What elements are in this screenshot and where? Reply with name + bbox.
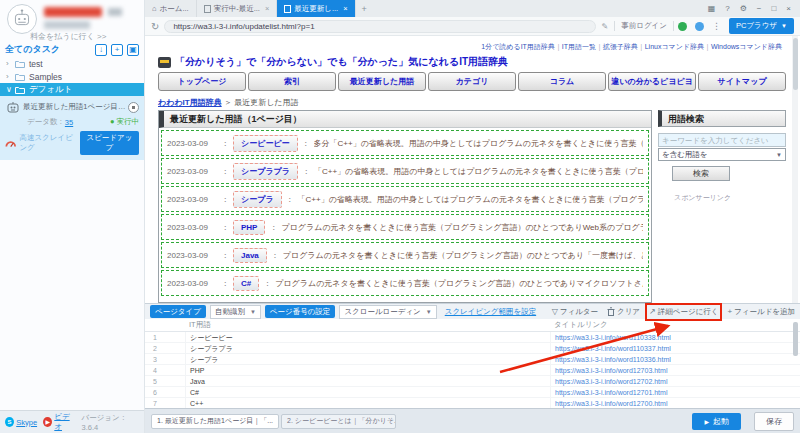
video-link[interactable]: ビデオ	[54, 412, 75, 432]
task-name[interactable]: 最近更新した用語1ページ目｜「分かりそう...	[23, 102, 126, 112]
skype-link[interactable]: Skype	[16, 418, 37, 427]
term-row[interactable]: 2023-03-09 ： PHP ： プログラムの元ネタを書くときに使う言葉（プ…	[161, 214, 649, 240]
skype-icon[interactable]: S	[5, 417, 14, 427]
data-row[interactable]: 5 Java https://wa3.i-3-i.info/word12702.…	[145, 376, 800, 387]
go-to-detail-page-button[interactable]: ↗ 詳細ページに行く	[649, 307, 718, 317]
cell-link[interactable]: https://wa3.i-3-i.info/word12702.html	[550, 376, 800, 387]
workflow-tab-1[interactable]: 1. 最近更新した用語1ページ目｜「...	[151, 414, 279, 429]
gear-icon[interactable]: ⚙	[740, 5, 747, 13]
term-link[interactable]: シープラ	[233, 191, 282, 208]
site-header-link[interactable]: IT用語一覧	[555, 43, 596, 50]
tab-home[interactable]: ⌂ ホーム...	[145, 0, 197, 17]
help-icon[interactable]: ?	[725, 5, 729, 13]
data-count-value[interactable]: 35	[65, 118, 73, 127]
term-link[interactable]: PHP	[233, 220, 265, 235]
cell-term[interactable]: シープラプラ	[185, 343, 550, 354]
search-button[interactable]: 検索	[672, 166, 730, 181]
cell-link[interactable]: https://wa3.i-3-i.info/word12701.html	[550, 387, 800, 398]
speed-up-button[interactable]: スピードアップ	[80, 131, 139, 155]
term-link[interactable]: C#	[233, 276, 259, 291]
cell-term[interactable]: PHP	[185, 365, 550, 376]
run-button[interactable]: ▶起動	[692, 413, 741, 430]
page-number-dropdown[interactable]: スクロールローディン▼	[339, 305, 436, 319]
tab-running-recent[interactable]: 実行中-最近... ×	[197, 0, 278, 17]
new-task-icon[interactable]: +	[111, 44, 123, 56]
clear-button[interactable]: クリア	[607, 307, 640, 317]
tab-recently-updated[interactable]: 最近更新し... ×	[277, 0, 355, 17]
url-input[interactable]	[164, 20, 595, 33]
filter-button[interactable]: ▽ フィルター	[552, 307, 598, 317]
site-nav-button[interactable]: カテゴリ	[428, 72, 516, 91]
page-type-dropdown[interactable]: 自動識別▼	[210, 305, 261, 319]
cell-term[interactable]: Java	[185, 376, 550, 387]
chevron-down-icon[interactable]: ∨	[6, 85, 15, 94]
fast-scraping-label[interactable]: 高速スクレイピング	[19, 133, 79, 153]
data-row[interactable]: 4 PHP https://wa3.i-3-i.info/word12703.h…	[145, 365, 800, 376]
cell-link[interactable]: https://wa3.i-3-i.info/word12703.html	[550, 365, 800, 376]
video-icon[interactable]: ▶	[43, 417, 52, 427]
site-nav-button[interactable]: 違いの分かるピヨピヨ	[608, 72, 696, 91]
chevron-right-icon[interactable]: ›	[6, 72, 15, 81]
close-tab-icon[interactable]: ×	[265, 4, 269, 13]
add-field-button[interactable]: + フィールドを追加	[727, 307, 795, 317]
minimize-icon[interactable]: −	[757, 5, 762, 13]
data-row[interactable]: 1 シーピーピー https://wa3.i-3-i.info/word1103…	[145, 332, 800, 343]
new-tab-button[interactable]: +	[356, 0, 373, 17]
pay-link[interactable]: 料金を払うに行く >>	[30, 31, 106, 42]
close-tab-icon[interactable]: ×	[343, 4, 347, 13]
scrollbar-thumb[interactable]	[793, 38, 798, 90]
browser-mode-button[interactable]: PCブラウザ▼	[729, 18, 794, 34]
term-row[interactable]: 2023-03-09 ： Java ： プログラムの元ネタを書くときに使う言葉（…	[161, 242, 649, 268]
data-row[interactable]: 6 C# https://wa3.i-3-i.info/word12701.ht…	[145, 387, 800, 398]
folder-item-test[interactable]: › test	[0, 57, 144, 70]
cell-term[interactable]: C#	[185, 387, 550, 398]
stop-task-icon[interactable]	[128, 102, 139, 113]
term-row[interactable]: 2023-03-09 ： シープラ ： 「C++」の省略表現。用語の中身としては…	[161, 186, 649, 212]
data-row[interactable]: 2 シープラプラ https://wa3.i-3-i.info/word1103…	[145, 343, 800, 354]
window-close-icon[interactable]: ×	[786, 5, 791, 13]
import-task-icon[interactable]: ↓	[95, 44, 107, 56]
column-link[interactable]: タイトルリンク	[550, 320, 800, 330]
folder-item-default[interactable]: ∨ デフォルト	[0, 83, 144, 96]
prelogin-button[interactable]: 事前ログイン	[614, 21, 674, 31]
refresh-icon[interactable]: ↻	[151, 21, 159, 32]
site-nav-button[interactable]: トップページ	[158, 72, 246, 91]
all-tasks-label[interactable]: 全てのタスク	[5, 43, 91, 56]
cell-link[interactable]: https://wa3.i-3-i.info/word110338.html	[550, 332, 800, 343]
term-row[interactable]: 2023-03-09 ： シーピーピー ： 多分「C++」の省略表現。用語の中身…	[161, 130, 649, 156]
maximize-icon[interactable]: □	[771, 5, 776, 13]
breadcrumb-home-link[interactable]: わわわIT用語辞典	[158, 98, 222, 107]
new-group-icon[interactable]: ▣	[127, 44, 139, 56]
site-nav-button[interactable]: 最近更新した用語	[338, 72, 426, 91]
folder-item-samples[interactable]: › Samples	[0, 70, 144, 83]
site-nav-button[interactable]: コラム	[518, 72, 606, 91]
site-header-link[interactable]: Linuxコマンド辞典	[638, 43, 704, 50]
site-header-link[interactable]: 拡張子辞典	[596, 43, 638, 50]
cell-term[interactable]: シーピーピー	[185, 332, 550, 343]
set-scraping-range-link[interactable]: スクレイピング範囲を設定	[445, 307, 536, 317]
more-menu-icon[interactable]: ⋮	[712, 21, 721, 31]
user-avatar[interactable]	[7, 4, 37, 34]
page-scrollbar[interactable]	[792, 36, 798, 303]
term-row[interactable]: 2023-03-09 ： C# ： プログラムの元ネタを書くときに使う言葉（プロ…	[161, 270, 649, 296]
extension-green-icon[interactable]	[678, 22, 687, 31]
cell-term[interactable]: シープラ	[185, 354, 550, 365]
site-nav-button[interactable]: 索引	[248, 72, 336, 91]
term-link[interactable]: シーピーピー	[233, 135, 298, 152]
site-header-link[interactable]: Windowsコマンド辞典	[704, 43, 782, 50]
site-header-link[interactable]: 1分で読めるIT用語辞典	[481, 43, 555, 50]
panel-scrollbar-thumb[interactable]	[793, 322, 798, 356]
extension-blue-icon[interactable]	[695, 22, 704, 31]
data-row[interactable]: 3 シープラ https://wa3.i-3-i.info/word110336…	[145, 354, 800, 365]
apps-grid-icon[interactable]: ▦	[708, 5, 716, 13]
search-type-select[interactable]: を含む用語を ▼	[658, 148, 786, 161]
save-button[interactable]: 保存	[754, 412, 794, 431]
chevron-right-icon[interactable]: ›	[6, 59, 15, 68]
term-row[interactable]: 2023-03-09 ： シープラプラ ： 「C++」の省略表現。用語の中身とし…	[161, 158, 649, 184]
term-link[interactable]: シープラプラ	[233, 163, 298, 180]
task-item[interactable]: 最近更新した用語1ページ目｜「分かりそう... データ数： 35 ● 実行中 高…	[0, 96, 144, 160]
column-term[interactable]: IT用語	[185, 320, 550, 330]
cell-link[interactable]: https://wa3.i-3-i.info/word110336.html	[550, 354, 800, 365]
cell-link[interactable]: https://wa3.i-3-i.info/word110337.html	[550, 343, 800, 354]
term-link[interactable]: Java	[233, 248, 267, 263]
